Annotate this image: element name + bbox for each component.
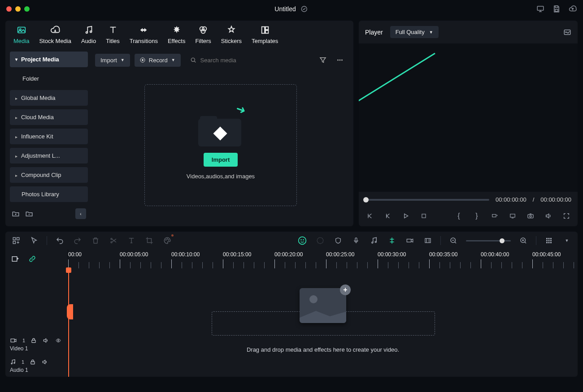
add-track-icon[interactable] [11, 235, 22, 246]
tab-transitions[interactable]: Transitions [130, 25, 158, 47]
zoom-thumb[interactable] [500, 238, 505, 243]
add-media-timeline-icon[interactable] [10, 254, 21, 264]
render-icon[interactable] [422, 235, 433, 246]
close-button[interactable] [6, 6, 12, 12]
camera-icon[interactable] [526, 211, 535, 221]
visibility-track-icon[interactable] [55, 338, 62, 343]
import-dropdown[interactable]: Import▼ [95, 54, 130, 67]
svg-point-18 [339, 60, 341, 61]
stop-button[interactable] [419, 211, 429, 221]
delete-button[interactable] [90, 235, 101, 246]
audio-tool-icon[interactable] [369, 235, 379, 246]
scrubber-track[interactable] [365, 199, 489, 201]
timeline-ruler[interactable]: 00:0000:00:05:0000:00:10:0000:00:15:0000… [68, 250, 578, 268]
snapshot-icon[interactable] [563, 28, 571, 36]
crop-tool-icon[interactable] [144, 235, 155, 246]
text-tool-icon[interactable] [126, 235, 137, 246]
ai-assistant-icon[interactable] [297, 235, 308, 246]
sidebar-item-cloud-media[interactable]: Cloud Media [10, 109, 88, 125]
minimize-button[interactable] [15, 6, 21, 12]
mask-tool-icon[interactable] [333, 235, 344, 246]
sidebar-item-global-media[interactable]: Global Media [10, 90, 88, 106]
aspect-dropdown[interactable] [490, 211, 500, 221]
view-dropdown-chevron[interactable]: ▼ [561, 235, 572, 246]
view-mode-button[interactable] [544, 235, 554, 246]
player-viewport[interactable] [359, 43, 578, 192]
tab-stock-media[interactable]: Stock Media [39, 25, 71, 47]
scrubber-thumb[interactable] [363, 197, 369, 202]
tab-titles[interactable]: Titles [106, 25, 120, 47]
tab-templates[interactable]: Templates [252, 25, 278, 47]
sidebar-item-compound-clip[interactable]: Compound Clip [10, 167, 88, 183]
lock-track-icon[interactable] [30, 359, 36, 365]
keyframe-tool-icon[interactable] [405, 235, 415, 246]
maximize-button[interactable] [24, 6, 30, 12]
folder-minus-icon[interactable] [25, 210, 33, 218]
svg-rect-3 [555, 9, 558, 12]
ruler-mark: 00:00:40:00 [481, 251, 532, 258]
monitor-icon[interactable] [536, 5, 544, 13]
mark-in-button[interactable]: { [454, 211, 464, 221]
tab-filters[interactable]: Filters [195, 25, 211, 47]
new-folder-icon[interactable] [12, 210, 20, 218]
ruler-mark: 00:00:45:00 [532, 251, 578, 258]
sidebar-item-influence-kit[interactable]: Influence Kit [10, 129, 88, 144]
tab-label: Media [13, 38, 29, 44]
display-mode-button[interactable] [508, 211, 518, 221]
svg-point-59 [11, 363, 12, 364]
zoom-out-button[interactable] [448, 235, 459, 246]
effects-icon [172, 25, 182, 35]
volume-button[interactable] [544, 211, 553, 221]
sidebar-item-photos-library[interactable]: Photos Library [10, 186, 88, 202]
more-icon[interactable] [334, 54, 346, 66]
sidebar-item-folder[interactable]: Folder [10, 71, 88, 86]
collapse-sidebar-button[interactable]: ‹ [75, 208, 86, 219]
prev-frame-button[interactable] [365, 211, 375, 221]
marker-tool-icon[interactable] [387, 235, 397, 246]
link-toggle-icon[interactable] [27, 254, 38, 264]
import-button[interactable]: Import [204, 153, 238, 167]
video-track-icon [10, 337, 17, 344]
media-toolbar: Import▼ Record▼ [92, 52, 349, 69]
split-button[interactable] [108, 235, 119, 246]
pointer-tool-icon[interactable] [29, 235, 39, 246]
media-sidebar: ▾Project Media Folder Global Media Cloud… [10, 52, 88, 222]
cloud-upload-icon[interactable] [569, 5, 577, 13]
color-tool-icon[interactable] [162, 235, 173, 246]
search-input[interactable] [200, 57, 308, 64]
tracks-area[interactable]: + Drag and drop media and effects here t… [68, 268, 578, 377]
speed-tool-icon[interactable] [315, 235, 326, 246]
play-button[interactable] [401, 211, 411, 221]
track-header-audio[interactable]: 1 Audio 1 [5, 355, 68, 377]
tab-audio[interactable]: Audio [81, 25, 96, 47]
playhead[interactable] [68, 268, 69, 377]
zoom-in-button[interactable] [518, 235, 529, 246]
fullscreen-button[interactable] [561, 211, 571, 221]
undo-button[interactable] [54, 235, 65, 246]
tab-label: Templates [252, 38, 278, 44]
mark-out-button[interactable]: } [472, 211, 482, 221]
record-dropdown[interactable]: Record▼ [135, 54, 181, 67]
mute-track-icon[interactable] [41, 359, 48, 365]
track-header-video[interactable]: 1 Video 1 [5, 334, 68, 355]
play-pause-button[interactable] [383, 211, 393, 221]
tab-media[interactable]: Media [13, 25, 29, 47]
lock-track-icon[interactable] [30, 337, 37, 344]
tab-effects[interactable]: Effects [168, 25, 186, 47]
save-icon[interactable] [553, 5, 561, 13]
sidebar-item-project-media[interactable]: ▾Project Media [10, 52, 88, 67]
media-icon [17, 25, 26, 35]
zoom-slider[interactable] [466, 240, 511, 241]
filter-list-icon[interactable] [317, 54, 329, 66]
mute-track-icon[interactable] [42, 337, 49, 344]
voice-tool-icon[interactable] [351, 235, 361, 246]
tab-stickers[interactable]: Stickers [221, 25, 242, 47]
redo-button[interactable] [72, 235, 83, 246]
svg-point-6 [86, 32, 87, 34]
search-media[interactable] [185, 53, 312, 67]
quality-dropdown[interactable]: Full Quality▼ [390, 26, 439, 38]
svg-rect-52 [546, 242, 548, 243]
import-dropzone[interactable]: ➜ Import Videos,audios,and images [144, 84, 297, 206]
add-media-plus-icon[interactable]: + [340, 284, 351, 295]
sidebar-item-adjustment-layer[interactable]: Adjustment L... [10, 148, 88, 164]
